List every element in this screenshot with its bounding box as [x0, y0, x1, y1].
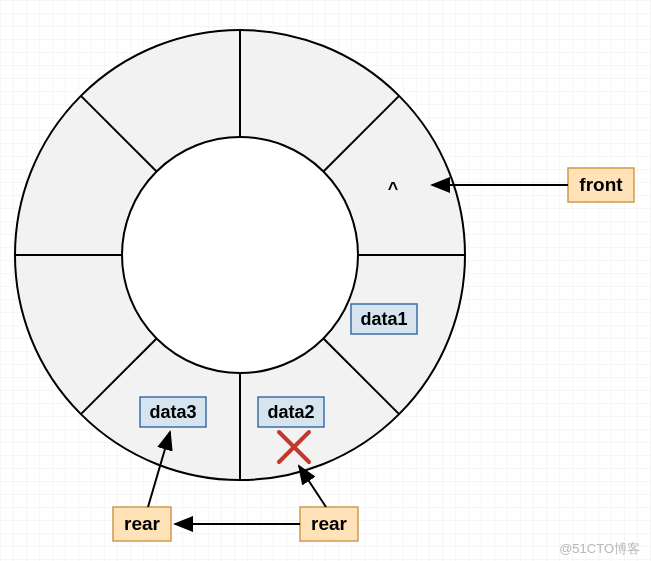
- circular-queue-ring: [15, 30, 465, 480]
- cell-data2: data2: [258, 397, 324, 427]
- watermark: @51CTO博客: [559, 541, 640, 556]
- cell-data2-label: data2: [267, 402, 314, 422]
- empty-marker: ^: [388, 179, 399, 199]
- front-pointer-label: front: [579, 174, 623, 195]
- svg-point-2: [122, 137, 358, 373]
- cell-data1-label: data1: [360, 309, 407, 329]
- rear-right-label: rear: [311, 513, 348, 534]
- cell-data1: data1: [351, 304, 417, 334]
- rear-left-label: rear: [124, 513, 161, 534]
- cell-data3-label: data3: [149, 402, 196, 422]
- circular-queue-diagram: ^ data1 data2 data3 front rear rear: [0, 0, 651, 561]
- cell-data3: data3: [140, 397, 206, 427]
